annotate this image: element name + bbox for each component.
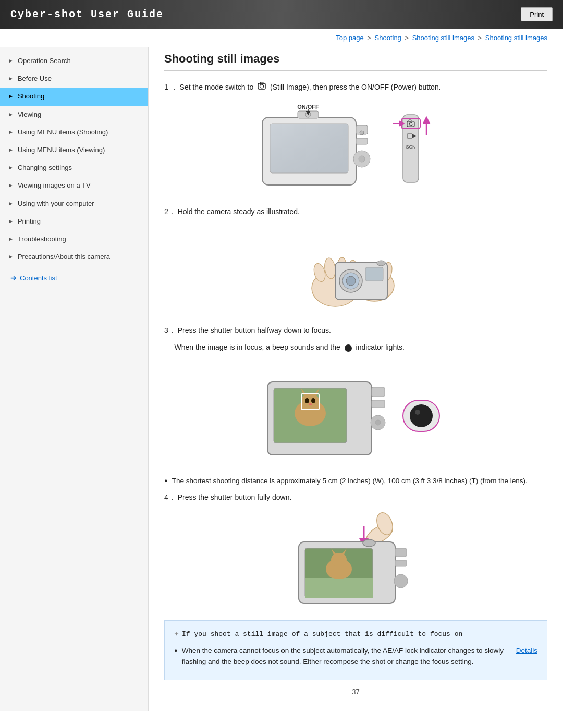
sidebar-label: Operation Search <box>18 56 71 66</box>
svg-point-68 <box>394 574 408 588</box>
step-1-post: (Still Image), then press the ON/OFF (Po… <box>270 83 441 91</box>
sidebar-label: Changing settings <box>18 163 72 172</box>
step-1: 1 ． Set the mode switch to (Still Image)… <box>164 81 547 195</box>
sidebar-label: Using MENU items (Shooting) <box>18 128 108 137</box>
arrow-icon: ► <box>8 93 14 100</box>
step-3-diagram <box>164 361 547 465</box>
svg-rect-49 <box>372 400 385 408</box>
arrow-icon: ► <box>8 75 14 82</box>
svg-point-11 <box>360 131 364 135</box>
camera-hands-diagram <box>304 226 408 314</box>
still-image-icon <box>257 81 266 91</box>
sidebar-item-operation-search[interactable]: ► Operation Search <box>0 52 148 70</box>
svg-point-35 <box>346 276 356 286</box>
svg-rect-12 <box>356 138 368 144</box>
tip-bullet-item: When the camera cannot focus on the subj… <box>174 646 537 667</box>
tip-bullet-list: When the camera cannot focus on the subj… <box>174 646 537 667</box>
step-2-diagram <box>164 226 547 314</box>
sidebar-label: Printing <box>18 217 41 226</box>
header: Cyber-shot User Guide Print <box>0 0 563 29</box>
contents-list-link[interactable]: ➔ Contents list <box>0 268 148 287</box>
step-3: 3． Press the shutter button halfway down… <box>164 325 547 465</box>
page-title: Shooting still images <box>164 52 547 71</box>
svg-point-37 <box>377 261 385 266</box>
svg-rect-66 <box>395 548 407 557</box>
tip-title-text: If you shoot a still image of a subject … <box>182 629 462 640</box>
page-number: 37 <box>164 688 547 696</box>
sidebar-label: Using with your computer <box>18 199 94 208</box>
step-4: 4． Press the shutter button fully down. <box>164 491 547 610</box>
sidebar-item-printing[interactable]: ► Printing <box>0 213 148 230</box>
sidebar-item-troubleshooting[interactable]: ► Troubleshooting <box>0 230 148 248</box>
sidebar-item-menu-viewing[interactable]: ► Using MENU items (Viewing) <box>0 141 148 159</box>
svg-point-51 <box>375 420 381 425</box>
step-2: 2． Hold the camera steady as illustrated… <box>164 206 547 314</box>
svg-point-45 <box>311 398 315 403</box>
camera-focus-diagram <box>257 361 455 465</box>
breadcrumb: Top page > Shooting > Shooting still ima… <box>0 29 563 47</box>
svg-text:SCN: SCN <box>406 144 415 150</box>
sidebar-item-menu-shooting[interactable]: ► Using MENU items (Shooting) <box>0 124 148 141</box>
svg-point-41 <box>301 393 320 410</box>
sidebar-label: Viewing <box>18 110 41 119</box>
svg-rect-36 <box>365 267 383 281</box>
arrow-icon: ► <box>8 129 14 136</box>
details-link[interactable]: Details <box>516 646 537 656</box>
svg-rect-67 <box>395 560 407 566</box>
sidebar-item-viewing[interactable]: ► Viewing <box>0 106 148 124</box>
sidebar: ► Operation Search ► Before Use ► Shooti… <box>0 47 149 711</box>
sidebar-label: Shooting <box>18 92 44 101</box>
main-content: Shooting still images 1 ． Set the mode s… <box>149 47 563 711</box>
sidebar-item-precautions[interactable]: ► Precautions/About this camera <box>0 248 148 266</box>
arrow-icon: ► <box>8 164 14 171</box>
tip-icon: ✦ <box>174 628 179 640</box>
svg-point-44 <box>305 398 309 403</box>
arrow-icon: ► <box>8 200 14 207</box>
step-1-diagram: ON/OFF <box>164 102 547 195</box>
step-1-pre: Set the mode switch to <box>180 83 256 91</box>
bullet-item: The shortest shooting distance is approx… <box>164 476 547 486</box>
svg-rect-60 <box>305 578 373 598</box>
breadcrumb-shooting-still[interactable]: Shooting still images <box>412 34 474 42</box>
sidebar-label: Troubleshooting <box>18 235 66 244</box>
svg-rect-48 <box>372 387 385 397</box>
sidebar-label: Using MENU items (Viewing) <box>18 145 105 155</box>
camera-press-diagram <box>283 511 429 610</box>
step-3-subtext2: indicator lights. <box>356 343 405 351</box>
arrow-icon: ► <box>8 236 14 243</box>
arrow-icon: ► <box>8 182 14 189</box>
svg-point-14 <box>359 156 365 162</box>
svg-point-46 <box>309 403 312 405</box>
main-layout: ► Operation Search ► Before Use ► Shooti… <box>0 47 563 711</box>
breadcrumb-current[interactable]: Shooting still images <box>485 34 547 42</box>
breadcrumb-top[interactable]: Top page <box>336 34 364 42</box>
svg-rect-5 <box>270 124 348 173</box>
sidebar-item-before-use[interactable]: ► Before Use <box>0 70 148 88</box>
step-4-diagram <box>164 511 547 610</box>
sidebar-item-shooting[interactable]: ► Shooting <box>0 88 148 105</box>
arrow-icon: ► <box>8 253 14 261</box>
sidebar-label: Precautions/About this camera <box>18 252 110 262</box>
arrow-right-icon: ➔ <box>10 274 17 282</box>
sidebar-item-using-computer[interactable]: ► Using with your computer <box>0 195 148 213</box>
arrow-icon: ► <box>8 218 14 225</box>
step-3-subtext: When the image is in focus, a beep sound… <box>174 343 342 351</box>
arrow-icon: ► <box>8 57 14 65</box>
step-2-text: Hold the camera steady as illustrated. <box>178 207 300 216</box>
sidebar-label: Before Use <box>18 74 52 83</box>
camera-onoff-diagram: ON/OFF <box>247 102 466 195</box>
tip-box: ✦ If you shoot a still image of a subjec… <box>164 620 547 680</box>
arrow-icon: ► <box>8 146 14 154</box>
breadcrumb-shooting[interactable]: Shooting <box>375 34 401 42</box>
app-title: Cyber-shot User Guide <box>10 8 164 20</box>
svg-point-53 <box>410 404 433 427</box>
sidebar-item-viewing-tv[interactable]: ► Viewing images on a TV <box>0 177 148 194</box>
bullet-list: The shortest shooting distance is approx… <box>164 476 547 486</box>
bullet-text: The shortest shooting distance is approx… <box>172 476 528 486</box>
sidebar-item-changing-settings[interactable]: ► Changing settings <box>0 159 148 177</box>
svg-text:ON/OFF: ON/OFF <box>297 104 319 110</box>
step-1-text: 1 ． Set the mode switch to (Still Image)… <box>164 81 547 94</box>
step-3-text: Press the shutter button halfway down to… <box>178 326 331 335</box>
tip-body: When the camera cannot focus on the subj… <box>182 646 514 667</box>
print-button[interactable]: Print <box>521 7 553 21</box>
